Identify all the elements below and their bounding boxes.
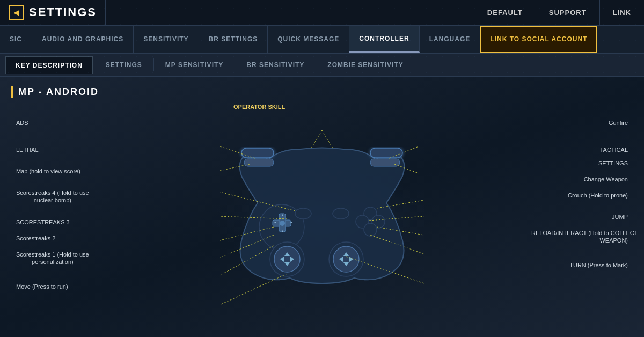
label-reload: RELOAD/INTERACT (Hold to COLLECTWEAPON) [531, 229, 628, 245]
svg-rect-2 [244, 159, 274, 166]
svg-point-14 [274, 246, 300, 272]
content-area: MP - ANDROID ADS LETHAL Map (hold to vie… [0, 77, 644, 337]
tab-sensitivity[interactable]: SENSITIVITY [134, 26, 199, 53]
label-scorestreaks1: Scorestreaks 1 (Hold to usepersonalizati… [16, 251, 89, 266]
svg-point-20 [333, 246, 359, 272]
tab-controller[interactable]: CONTROLLER [349, 26, 419, 53]
svg-point-30 [333, 208, 349, 219]
link-button[interactable]: LINK [599, 0, 644, 25]
subtab-zombie-sensitivity[interactable]: ZOMBIE Sensitivity [317, 56, 413, 74]
subtab-mp-sensitivity[interactable]: MP Sensitivity [155, 56, 233, 74]
svg-point-28 [364, 223, 377, 236]
label-jump: JUMP [612, 213, 628, 221]
label-map: Map (hold to view score) [16, 167, 80, 175]
back-button[interactable]: ◀ [9, 5, 24, 20]
tab-social[interactable]: LINK TO SOCIAL ACCOUNT [480, 26, 597, 53]
support-button[interactable]: SUPPORT [536, 0, 599, 25]
nav-tabs: SIC AUDIO AND GRAPHICS SENSITIVITY BR SE… [0, 26, 644, 54]
subtab-key-description[interactable]: KEY DESCRIPTION [5, 56, 93, 74]
tab-br[interactable]: BR SETTINGS [199, 26, 268, 53]
tab-quick[interactable]: QUICK MESSAGE [268, 26, 349, 53]
top-buttons: DEFAULT SUPPORT LINK [474, 0, 644, 25]
divider [153, 58, 154, 71]
subtab-settings[interactable]: SETTINGS [96, 56, 152, 74]
tab-language[interactable]: LANGUAGE [420, 26, 481, 53]
svg-point-29 [295, 208, 311, 219]
svg-line-34 [322, 130, 333, 148]
label-scorestreaks3: SCORESTREAKS 3 [16, 218, 70, 226]
svg-rect-3 [370, 148, 402, 158]
label-move: Move (Press to run) [16, 283, 68, 290]
label-gunfire: Gunfire [609, 119, 628, 127]
svg-line-33 [311, 130, 322, 148]
tab-audio[interactable]: AUDIO AND GRAPHICS [32, 26, 134, 53]
logo-area: ◀ SETTINGS [0, 0, 106, 25]
app-title: SETTINGS [29, 5, 97, 19]
label-crouch: Crouch (Hold to prone) [568, 192, 628, 199]
label-settings-r: SETTINGS [598, 159, 628, 167]
subtab-br-sensitivity[interactable]: BR Sensitivity [236, 56, 314, 74]
label-change-weapon: Change Weapon [584, 175, 628, 183]
divider [316, 58, 316, 71]
divider [235, 58, 235, 71]
section-title-text: MP - ANDROID [18, 86, 99, 98]
label-scorestreaks4: Scorestreaks 4 (Hold to usenuclear bomb) [16, 189, 89, 204]
svg-line-42 [220, 274, 287, 305]
label-ads: ADS [16, 119, 28, 127]
label-lethal: LETHAL [16, 146, 39, 153]
label-tactical: TACTICAL [600, 146, 628, 153]
title-accent-bar [11, 86, 13, 98]
divider [94, 58, 94, 71]
label-turn: TURN (Press to Mark) [569, 261, 628, 269]
tab-basic[interactable]: SIC [0, 26, 32, 53]
top-bar: ◀ SETTINGS DEFAULT SUPPORT LINK [0, 0, 644, 26]
default-button[interactable]: DEFAULT [474, 0, 536, 25]
svg-point-12 [280, 221, 285, 226]
label-scorestreaks2: Scorestreaks 2 [16, 235, 55, 242]
controller-illustration [204, 122, 440, 305]
svg-rect-1 [241, 148, 274, 158]
section-title: MP - ANDROID [11, 86, 633, 98]
svg-rect-4 [370, 159, 400, 166]
sub-tabs: KEY DESCRIPTION SETTINGS MP Sensitivity … [0, 54, 644, 77]
controller-diagram: ADS LETHAL Map (hold to view score) Scor… [11, 103, 633, 324]
label-operator: OPERATOR SKILL [233, 103, 285, 111]
